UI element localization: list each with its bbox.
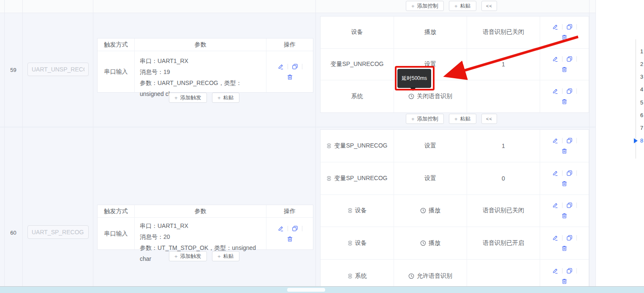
- row-number: 59: [4, 67, 22, 73]
- trigger-name-input[interactable]: [27, 63, 89, 76]
- add-control-label: 添加控制: [417, 3, 438, 10]
- paste-button[interactable]: + 粘贴: [449, 1, 476, 11]
- copy-icon[interactable]: [566, 88, 573, 94]
- icon-separator: [576, 24, 577, 30]
- trigger-params-cell: 串口：UART1_RX消息号：19参数：UART_UNSP_RECOG，类型：u…: [135, 51, 266, 92]
- icon-separator: [288, 226, 288, 231]
- control-action-cell: 播放: [394, 227, 467, 260]
- control-target-cell: 设备: [321, 16, 394, 49]
- trash-icon[interactable]: [561, 213, 568, 219]
- add-trigger-button[interactable]: + 添加触发: [169, 93, 207, 103]
- clock-icon[interactable]: [408, 273, 414, 279]
- edit-icon[interactable]: [552, 88, 558, 94]
- icon-separator: [576, 138, 577, 143]
- edit-icon[interactable]: [552, 170, 558, 176]
- control-target-cell: 变量SP_UNRECOG: [321, 162, 394, 195]
- control-action-cell: 播放: [394, 16, 467, 49]
- paste-trigger-button[interactable]: + 粘贴: [212, 251, 239, 261]
- nav-item-7[interactable]: 7: [640, 125, 644, 131]
- nav-item-4[interactable]: 4: [640, 86, 644, 93]
- icon-separator: [562, 138, 562, 143]
- control-param-cell: [467, 80, 540, 112]
- control-table: 设备 播放 语音识别已关闭 变量SP_UNRECOG 设置 1: [320, 16, 589, 113]
- trigger-ops-cell: [266, 218, 313, 249]
- control-param-cell: 0: [467, 162, 540, 195]
- sequence-icon: [326, 176, 332, 181]
- paste-label: 粘贴: [460, 115, 471, 123]
- trash-icon[interactable]: [561, 181, 568, 187]
- column-header-trigger-type: 触发方式: [98, 38, 135, 51]
- trash-icon[interactable]: [561, 34, 568, 41]
- nav-item-8-active[interactable]: 8: [640, 137, 644, 144]
- horizontal-scrollbar-thumb[interactable]: [287, 288, 325, 292]
- edit-icon[interactable]: [277, 63, 284, 70]
- sequence-icon: [348, 208, 353, 213]
- collapse-button[interactable]: <<: [481, 1, 497, 11]
- control-ops-cell: [540, 16, 589, 49]
- nav-item-3[interactable]: 3: [640, 74, 644, 80]
- icon-separator: [562, 24, 562, 30]
- trigger-name-input[interactable]: [27, 225, 89, 239]
- copy-icon[interactable]: [292, 63, 298, 70]
- trash-icon[interactable]: [561, 99, 568, 105]
- copy-icon[interactable]: [566, 56, 573, 62]
- clock-icon[interactable]: [408, 93, 414, 99]
- copy-icon[interactable]: [566, 202, 573, 208]
- add-trigger-label: 添加触发: [180, 253, 201, 260]
- copy-icon[interactable]: [566, 24, 573, 30]
- paste-button[interactable]: + 粘贴: [449, 114, 476, 124]
- trash-icon[interactable]: [561, 245, 568, 252]
- edit-icon[interactable]: [552, 56, 558, 62]
- paste-trigger-button[interactable]: + 粘贴: [212, 93, 239, 103]
- trash-icon[interactable]: [561, 278, 568, 285]
- clock-icon[interactable]: [420, 240, 426, 246]
- paste-trigger-label: 粘贴: [223, 94, 234, 101]
- copy-icon[interactable]: [292, 225, 298, 232]
- collapse-button[interactable]: <<: [481, 114, 497, 124]
- add-control-button[interactable]: + 添加控制: [406, 114, 444, 124]
- trash-icon[interactable]: [287, 74, 293, 80]
- horizontal-scrollbar-track[interactable]: [0, 287, 644, 293]
- copy-icon[interactable]: [566, 268, 573, 274]
- icon-separator: [562, 268, 562, 274]
- edit-icon[interactable]: [552, 202, 558, 208]
- sequence-icon: [326, 143, 332, 148]
- trash-icon[interactable]: [561, 148, 568, 154]
- copy-icon[interactable]: [566, 235, 573, 241]
- add-trigger-button[interactable]: + 添加触发: [169, 251, 207, 261]
- copy-icon[interactable]: [566, 170, 573, 176]
- edit-icon[interactable]: [552, 268, 558, 274]
- control-target-label: 变量SP_UNRECOG: [334, 175, 387, 182]
- clock-icon[interactable]: [420, 208, 426, 214]
- column-header-trigger-type: 触发方式: [98, 205, 135, 218]
- play-triangle-icon: [634, 138, 638, 143]
- grid-line: [595, 0, 596, 286]
- icon-separator: [562, 203, 562, 208]
- nav-item-1[interactable]: 1: [640, 48, 644, 55]
- control-action-cell: 设置: [394, 130, 467, 162]
- control-action-label: 播放: [429, 239, 440, 247]
- plus-icon: +: [454, 3, 458, 9]
- control-ops-cell: [540, 162, 589, 195]
- control-param-cell: 1: [467, 49, 540, 81]
- paste-trigger-label: 粘贴: [223, 253, 234, 260]
- trash-icon[interactable]: [561, 66, 568, 73]
- add-control-label: 添加控制: [417, 115, 438, 123]
- nav-item-5[interactable]: 5: [640, 99, 644, 106]
- column-header-params: 参数: [135, 205, 266, 218]
- edit-icon[interactable]: [552, 137, 558, 144]
- trash-icon[interactable]: [287, 236, 293, 242]
- edit-icon[interactable]: [277, 225, 284, 232]
- nav-item-2[interactable]: 2: [640, 61, 644, 68]
- column-header-ops: 操作: [266, 38, 313, 51]
- collapse-label: <<: [486, 3, 492, 8]
- add-control-button[interactable]: + 添加控制: [406, 1, 444, 11]
- copy-icon[interactable]: [566, 137, 573, 144]
- grid-line: [4, 0, 5, 286]
- control-param-cell: 1: [467, 130, 540, 162]
- edit-icon[interactable]: [552, 24, 558, 30]
- nav-item-6[interactable]: 6: [640, 112, 644, 119]
- plus-icon: +: [217, 253, 221, 260]
- control-target-label: 设备: [355, 239, 367, 247]
- edit-icon[interactable]: [552, 235, 558, 241]
